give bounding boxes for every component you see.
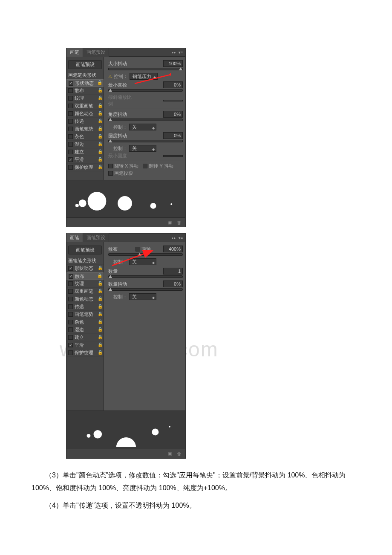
lock-icon[interactable]: 🔒 xyxy=(98,327,102,332)
lock-icon[interactable]: 🔒 xyxy=(98,312,102,317)
sidebar-item-build-up[interactable]: 建立🔒 xyxy=(66,148,104,156)
checkbox[interactable] xyxy=(68,320,73,324)
sidebar-item-transfer[interactable]: 传递🔒 xyxy=(66,303,104,311)
checkbox[interactable] xyxy=(68,119,73,124)
size-jitter-value[interactable]: 100% xyxy=(163,60,183,67)
checkbox[interactable] xyxy=(68,289,73,294)
sidebar-item-noise[interactable]: 杂色🔒 xyxy=(66,318,104,326)
tab-brush-presets[interactable]: 画笔预设 xyxy=(83,48,109,57)
checkbox[interactable] xyxy=(68,335,73,340)
brush-presets-button[interactable]: 画笔预设 xyxy=(68,60,102,69)
panel-menu-icon[interactable]: ▾≡ xyxy=(179,236,183,240)
lock-icon[interactable]: 🔒 xyxy=(98,134,102,139)
count-jitter-slider[interactable] xyxy=(108,288,183,291)
checkbox[interactable] xyxy=(68,157,73,162)
count-control-dropdown[interactable]: 关◆ xyxy=(129,293,156,300)
sidebar-item-dual-brush[interactable]: 双重画笔🔒 xyxy=(66,102,104,110)
brush-presets-button[interactable]: 画笔预设 xyxy=(68,246,102,254)
flip-x-checkbox[interactable] xyxy=(108,164,113,168)
both-axes-checkbox[interactable] xyxy=(135,247,140,251)
min-diameter-value[interactable]: 0% xyxy=(163,81,183,88)
checkbox[interactable] xyxy=(68,150,73,154)
sidebar-item-protect-texture[interactable]: 保护纹理🔒 xyxy=(66,164,104,171)
size-jitter-slider[interactable] xyxy=(108,68,183,70)
lock-icon[interactable]: 🔒 xyxy=(98,343,102,348)
brush-tip-shape-header[interactable]: 画笔笔尖形状 xyxy=(66,72,104,79)
sidebar-item-smoothing[interactable]: 平滑🔒 xyxy=(66,156,104,164)
lock-icon[interactable]: 🔒 xyxy=(98,281,102,286)
checkbox[interactable] xyxy=(68,134,73,139)
round-jitter-value[interactable]: 0% xyxy=(163,132,183,139)
sidebar-item-noise[interactable]: 杂色🔒 xyxy=(66,133,104,141)
checkbox[interactable] xyxy=(68,312,73,317)
sidebar-item-build-up[interactable]: 建立🔒 xyxy=(66,334,104,341)
lock-icon[interactable]: 🔒 xyxy=(97,81,101,86)
checkbox[interactable] xyxy=(69,274,73,279)
tab-brush[interactable]: 画笔 xyxy=(66,233,83,242)
sidebar-item-smoothing[interactable]: 平滑🔒 xyxy=(66,341,104,349)
angle-jitter-slider[interactable] xyxy=(108,119,183,121)
sidebar-item-protect-texture[interactable]: 保护纹理🔒 xyxy=(66,349,104,357)
lock-icon[interactable]: 🔒 xyxy=(98,289,102,294)
checkbox[interactable] xyxy=(68,281,73,286)
checkbox[interactable] xyxy=(68,96,73,101)
sidebar-item-brush-pose[interactable]: 画笔笔势🔒 xyxy=(66,311,104,318)
lock-icon[interactable]: 🔒 xyxy=(98,266,102,271)
scatter-value[interactable]: 400% xyxy=(163,246,183,252)
checkbox[interactable] xyxy=(68,142,73,147)
checkbox[interactable] xyxy=(68,297,73,301)
trash-icon[interactable]: 🗑 xyxy=(176,451,182,457)
checkbox[interactable] xyxy=(68,304,73,309)
lock-icon[interactable]: 🔒 xyxy=(98,119,102,124)
lock-icon[interactable]: 🔒 xyxy=(98,88,102,93)
sidebar-item-dual-brush[interactable]: 双重画笔🔒 xyxy=(66,288,104,295)
sidebar-item-scatter[interactable]: 散布🔒 xyxy=(66,272,104,280)
sidebar-item-texture[interactable]: 纹理🔒 xyxy=(66,95,104,102)
brush-proj-checkbox[interactable] xyxy=(108,171,113,176)
flip-y-checkbox[interactable] xyxy=(143,164,147,168)
count-jitter-value[interactable]: 0% xyxy=(163,280,183,287)
checkbox[interactable] xyxy=(68,111,73,116)
round-control-dropdown[interactable]: 关◆ xyxy=(129,145,156,152)
checkbox[interactable] xyxy=(68,104,73,108)
checkbox[interactable] xyxy=(68,266,73,271)
checkbox[interactable] xyxy=(68,350,73,355)
angle-jitter-value[interactable]: 0% xyxy=(163,111,183,118)
lock-icon[interactable]: 🔒 xyxy=(97,274,101,279)
sidebar-item-color-dynamics[interactable]: 颜色动态🔒 xyxy=(66,110,104,118)
new-preset-icon[interactable]: ▣ xyxy=(167,220,173,225)
checkbox[interactable] xyxy=(68,127,73,131)
scatter-control-dropdown[interactable]: 关◆ xyxy=(129,258,156,265)
trash-icon[interactable]: 🗑 xyxy=(176,220,182,225)
lock-icon[interactable]: 🔒 xyxy=(98,127,102,132)
sidebar-item-texture[interactable]: 纹理🔒 xyxy=(66,280,104,288)
sidebar-item-wet-edges[interactable]: 湿边🔒 xyxy=(66,141,104,148)
sidebar-item-brush-pose[interactable]: 画笔笔势🔒 xyxy=(66,125,104,133)
angle-control-dropdown[interactable]: 关◆ xyxy=(129,124,156,130)
sidebar-item-shape-dynamics[interactable]: 形状动态 🔒 xyxy=(66,79,104,87)
checkbox[interactable] xyxy=(68,327,73,332)
checkbox[interactable] xyxy=(69,81,73,86)
lock-icon[interactable]: 🔒 xyxy=(98,350,102,356)
lock-icon[interactable]: 🔒 xyxy=(98,165,102,170)
lock-icon[interactable]: 🔒 xyxy=(98,150,102,155)
lock-icon[interactable]: 🔒 xyxy=(98,142,102,147)
checkbox[interactable] xyxy=(68,165,73,170)
sidebar-item-shape-dynamics[interactable]: 形状动态🔒 xyxy=(66,265,104,272)
sidebar-item-scatter[interactable]: 散布🔒 xyxy=(66,87,104,95)
lock-icon[interactable]: 🔒 xyxy=(98,297,102,302)
checkbox[interactable] xyxy=(68,343,73,347)
lock-icon[interactable]: 🔒 xyxy=(98,320,102,325)
lock-icon[interactable]: 🔒 xyxy=(98,96,102,101)
scatter-slider[interactable] xyxy=(108,253,183,256)
count-value[interactable]: 1 xyxy=(163,268,183,275)
expand-icon[interactable]: ▸▸ xyxy=(172,50,176,55)
new-preset-icon[interactable]: ▣ xyxy=(167,451,173,457)
count-slider[interactable] xyxy=(108,275,183,278)
brush-tip-shape-header[interactable]: 画笔笔尖形状 xyxy=(66,257,104,265)
checkbox[interactable] xyxy=(68,88,73,93)
tab-brush[interactable]: 画笔 xyxy=(66,48,83,57)
lock-icon[interactable]: 🔒 xyxy=(98,335,102,340)
lock-icon[interactable]: 🔒 xyxy=(98,104,102,109)
lock-icon[interactable]: 🔒 xyxy=(98,157,102,162)
